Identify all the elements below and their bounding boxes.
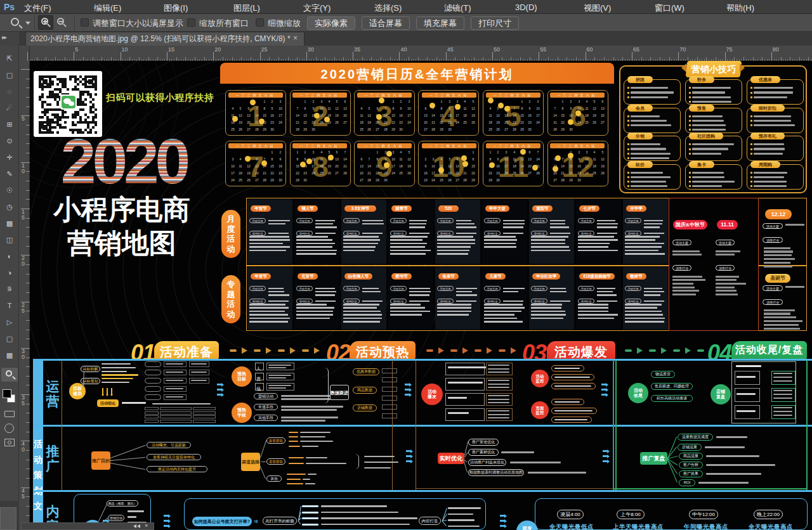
svg-text:2020: 2020 [61, 129, 188, 192]
